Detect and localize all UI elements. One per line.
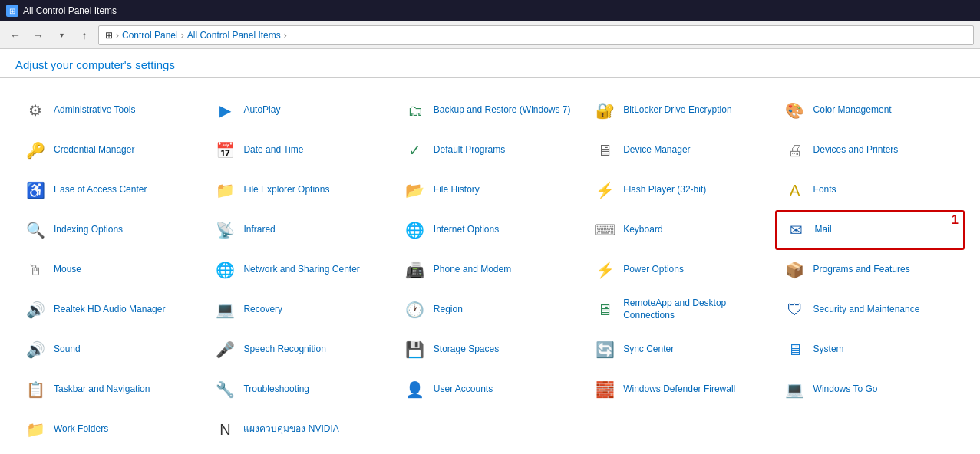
icon-credential: 🔑 bbox=[23, 138, 48, 163]
label-sound: Sound bbox=[54, 344, 81, 356]
cp-item-nvidia[interactable]: Nแผงควบคุมของ NVIDIA bbox=[205, 410, 394, 446]
cp-item-region[interactable]: 🕐Region bbox=[395, 290, 585, 330]
label-mail: Mail bbox=[815, 224, 832, 236]
icon-flash-player: ⚡ bbox=[592, 178, 617, 202]
icon-mail: ✉ bbox=[784, 218, 809, 242]
cp-item-mail[interactable]: ✉Mail1 bbox=[775, 210, 965, 250]
cp-item-work-folders[interactable]: 📁Work Folders bbox=[15, 410, 205, 446]
label-infrared: Infrared bbox=[243, 224, 275, 236]
cp-item-security[interactable]: 🛡Security and Maintenance bbox=[775, 290, 965, 330]
cp-item-user-accounts[interactable]: 👤User Accounts bbox=[395, 370, 585, 410]
cp-item-phone-modem[interactable]: 📠Phone and Modem bbox=[395, 250, 585, 290]
icon-sound: 🔊 bbox=[23, 337, 48, 362]
icon-mouse: 🖱 bbox=[23, 258, 48, 282]
icon-nvidia: N bbox=[213, 417, 237, 442]
icon-autoplay: ▶ bbox=[213, 98, 237, 123]
label-trouble: Troubleshooting bbox=[243, 383, 309, 396]
icon-system: 🖥 bbox=[783, 337, 807, 362]
cp-item-remote-app[interactable]: 🖥RemoteApp and Desktop Connections bbox=[585, 290, 774, 330]
breadcrumb-sep1: › bbox=[116, 30, 119, 41]
cp-item-power-options[interactable]: ⚡Power Options bbox=[585, 250, 774, 290]
icon-sync: 🔄 bbox=[592, 337, 617, 362]
cp-item-system[interactable]: 🖥System bbox=[775, 330, 965, 370]
icon-region: 🕐 bbox=[403, 298, 427, 322]
cp-item-internet-options[interactable]: 🌐Internet Options bbox=[395, 210, 585, 250]
label-region: Region bbox=[434, 304, 463, 316]
icon-device-mgr: 🖥 bbox=[592, 138, 617, 163]
up-button[interactable]: ↑ bbox=[75, 26, 94, 44]
cp-item-sound[interactable]: 🔊Sound bbox=[15, 330, 205, 370]
label-admin-tools: Administrative Tools bbox=[54, 104, 136, 117]
icon-date-time: 📅 bbox=[213, 138, 237, 163]
label-phone-modem: Phone and Modem bbox=[434, 264, 511, 276]
cp-item-credential[interactable]: 🔑Credential Manager bbox=[15, 130, 205, 170]
cp-item-trouble[interactable]: 🔧Troubleshooting bbox=[205, 370, 394, 410]
icon-color-mgmt: 🎨 bbox=[783, 98, 807, 123]
label-taskbar: Taskbar and Navigation bbox=[54, 383, 150, 396]
cp-item-date-time[interactable]: 📅Date and Time bbox=[205, 130, 394, 170]
cp-item-color-mgmt[interactable]: 🎨Color Management bbox=[775, 90, 965, 130]
icon-trouble: 🔧 bbox=[213, 377, 237, 402]
cp-item-programs-features[interactable]: 📦Programs and Features bbox=[775, 250, 965, 290]
cp-item-keyboard[interactable]: ⌨Keyboard bbox=[585, 210, 774, 250]
forward-button[interactable]: → bbox=[29, 26, 48, 44]
icon-security: 🛡 bbox=[783, 298, 807, 322]
cp-item-flash-player[interactable]: ⚡Flash Player (32-bit) bbox=[585, 170, 774, 210]
cp-item-bitlocker[interactable]: 🔐BitLocker Drive Encryption bbox=[585, 90, 774, 130]
label-flash-player: Flash Player (32-bit) bbox=[623, 184, 706, 196]
label-storage: Storage Spaces bbox=[434, 344, 499, 356]
icon-ease-access: ♿ bbox=[23, 178, 48, 202]
label-nvidia: แผงควบคุมของ NVIDIA bbox=[243, 423, 338, 436]
label-date-time: Date and Time bbox=[243, 144, 303, 156]
breadcrumb[interactable]: ⊞ › Control Panel › All Control Panel It… bbox=[98, 25, 974, 45]
page-header: Adjust your computer's settings bbox=[0, 49, 980, 78]
title-bar-icon: ⊞ bbox=[6, 5, 18, 17]
icon-user-accounts: 👤 bbox=[403, 377, 427, 402]
cp-item-recovery[interactable]: 💻Recovery bbox=[205, 290, 394, 330]
cp-item-devices-printers[interactable]: 🖨Devices and Printers bbox=[775, 130, 965, 170]
icon-file-history: 📂 bbox=[403, 178, 427, 202]
main-content: ⚙Administrative Tools▶AutoPlay🗂Backup an… bbox=[0, 78, 980, 446]
label-credential: Credential Manager bbox=[54, 144, 134, 156]
label-autoplay: AutoPlay bbox=[243, 104, 280, 117]
cp-item-fonts[interactable]: AFonts bbox=[775, 170, 965, 210]
label-internet-options: Internet Options bbox=[434, 224, 499, 236]
breadcrumb-control-panel[interactable]: Control Panel bbox=[122, 30, 178, 41]
cp-item-ease-access[interactable]: ♿Ease of Access Center bbox=[15, 170, 205, 210]
cp-item-taskbar[interactable]: 📋Taskbar and Navigation bbox=[15, 370, 205, 410]
cp-item-default-programs[interactable]: ✓Default Programs bbox=[395, 130, 585, 170]
cp-item-file-history[interactable]: 📂File History bbox=[395, 170, 585, 210]
label-mouse: Mouse bbox=[54, 264, 81, 276]
breadcrumb-all-items[interactable]: All Control Panel Items bbox=[187, 30, 281, 41]
back-button[interactable]: ← bbox=[6, 26, 25, 44]
cp-item-storage[interactable]: 💾Storage Spaces bbox=[395, 330, 585, 370]
icon-speech: 🎤 bbox=[213, 337, 237, 362]
cp-item-infrared[interactable]: 📡Infrared bbox=[205, 210, 394, 250]
recent-button[interactable]: ▾ bbox=[52, 26, 71, 44]
icon-remote-app: 🖥 bbox=[592, 298, 617, 322]
cp-item-device-mgr[interactable]: 🖥Device Manager bbox=[585, 130, 774, 170]
icon-windows-go: 💻 bbox=[783, 377, 807, 402]
cp-item-speech[interactable]: 🎤Speech Recognition bbox=[205, 330, 394, 370]
cp-item-admin-tools[interactable]: ⚙Administrative Tools bbox=[15, 90, 205, 130]
label-file-history: File History bbox=[434, 184, 480, 196]
icon-programs-features: 📦 bbox=[783, 258, 807, 282]
label-sync: Sync Center bbox=[623, 344, 674, 356]
label-system: System bbox=[813, 344, 844, 356]
cp-item-network[interactable]: 🌐Network and Sharing Center bbox=[205, 250, 394, 290]
cp-item-windows-go[interactable]: 💻Windows To Go bbox=[775, 370, 965, 410]
cp-item-realtek[interactable]: 🔊Realtek HD Audio Manager bbox=[15, 290, 205, 330]
label-user-accounts: User Accounts bbox=[434, 383, 493, 396]
label-devices-printers: Devices and Printers bbox=[813, 144, 899, 156]
cp-item-windows-defender[interactable]: 🧱Windows Defender Firewall bbox=[585, 370, 774, 410]
label-work-folders: Work Folders bbox=[54, 423, 108, 436]
breadcrumb-sep3: › bbox=[284, 30, 287, 41]
cp-item-autoplay[interactable]: ▶AutoPlay bbox=[205, 90, 394, 130]
cp-item-file-explorer[interactable]: 📁File Explorer Options bbox=[205, 170, 394, 210]
cp-item-backup-restore[interactable]: 🗂Backup and Restore (Windows 7) bbox=[395, 90, 585, 130]
breadcrumb-home-icon: ⊞ bbox=[105, 30, 113, 41]
cp-item-indexing[interactable]: 🔍Indexing Options bbox=[15, 210, 205, 250]
cp-item-sync[interactable]: 🔄Sync Center bbox=[585, 330, 774, 370]
icon-power-options: ⚡ bbox=[592, 258, 617, 282]
cp-item-mouse[interactable]: 🖱Mouse bbox=[15, 250, 205, 290]
